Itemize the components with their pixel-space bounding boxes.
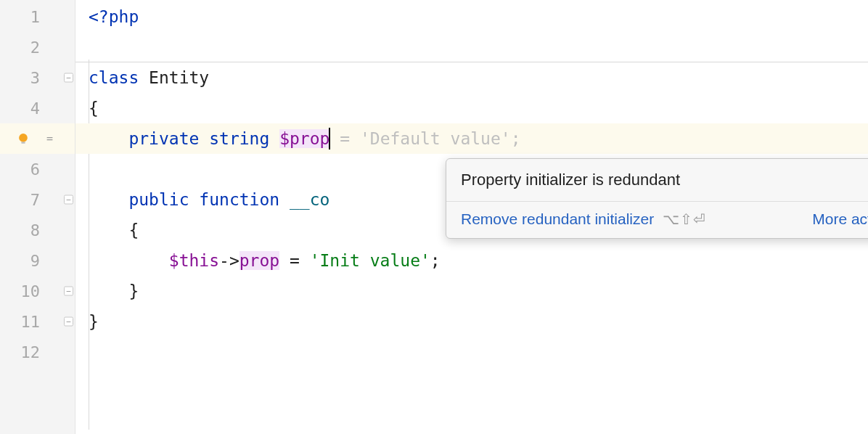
line-number: 8 (30, 221, 40, 239)
code-line[interactable] (75, 337, 868, 367)
gutter-row[interactable]: 3 (0, 62, 75, 93)
code-line[interactable]: } (75, 276, 868, 306)
gutter-row[interactable]: = 5 (0, 123, 75, 154)
more-actions-link[interactable]: More actions... (812, 210, 868, 228)
gutter-row[interactable]: 8 (0, 215, 75, 245)
keyword-function: function (199, 190, 279, 209)
svg-point-0 (19, 134, 28, 142)
svg-rect-1 (21, 142, 25, 144)
quickfix-remove-initializer[interactable]: Remove redundant initializer (461, 210, 654, 228)
string-literal: 'Init value' (310, 251, 430, 270)
gutter-row[interactable]: 12 (0, 337, 75, 367)
brace: { (89, 99, 99, 118)
code-line[interactable] (75, 32, 868, 62)
gutter-row[interactable]: 10 (0, 276, 75, 306)
line-number: 10 (21, 282, 41, 300)
line-number: 12 (21, 343, 41, 361)
code-line[interactable]: { (75, 93, 868, 123)
line-number: 11 (21, 313, 41, 331)
gutter-row[interactable]: 11 (0, 306, 75, 337)
gutter-row[interactable]: 9 (0, 245, 75, 276)
line-number: 6 (30, 160, 40, 179)
arrow: -> (219, 251, 239, 270)
indent (89, 251, 169, 270)
line-number: 4 (30, 99, 40, 118)
indent (89, 129, 128, 148)
gutter-row[interactable]: 4 (0, 93, 75, 123)
php-open-tag: <?php (89, 7, 139, 26)
modified-marker-icon: = (46, 132, 53, 145)
code-line[interactable]: $this->prop = 'Init value'; (75, 245, 868, 276)
code-area[interactable]: <?php class Entity { private string $pro… (75, 0, 868, 434)
class-name: Entity (139, 68, 209, 87)
property-ref: prop (239, 251, 279, 270)
gutter-row[interactable]: 1 (0, 1, 75, 32)
line-number: 2 (30, 38, 40, 57)
fold-toggle-icon[interactable] (64, 195, 73, 205)
keyword-string: string (209, 129, 269, 148)
indent (89, 190, 128, 209)
fold-toggle-icon[interactable] (64, 287, 73, 296)
property-var: $prop (279, 129, 329, 148)
redundant-eq: = (329, 129, 360, 148)
var-this: $this (169, 251, 219, 270)
code-line[interactable]: <?php (75, 1, 868, 32)
magic-method: __co (290, 190, 329, 209)
keyword-class: class (89, 68, 139, 87)
code-line-active[interactable]: private string $prop = 'Default value'; (75, 123, 868, 154)
gutter-row[interactable]: 2 (0, 32, 75, 62)
keyword-public: public (128, 190, 189, 209)
indent (89, 282, 128, 300)
redundant-string: 'Default value' (360, 129, 511, 148)
fold-toggle-icon[interactable] (64, 317, 73, 327)
code-line[interactable]: } (75, 306, 868, 337)
shortcut-hint: ⌥⇧⏎ (663, 210, 706, 228)
code-line[interactable]: class Entity (75, 62, 868, 93)
keyword-private: private (128, 129, 199, 148)
line-number: 3 (30, 69, 40, 87)
inspection-message: Property initializer is redundant (446, 159, 868, 202)
indent (89, 221, 128, 239)
brace: } (128, 282, 139, 300)
line-number: 9 (30, 252, 40, 270)
inspection-actions: Remove redundant initializer ⌥⇧⏎ More ac… (446, 202, 868, 238)
line-number: 7 (30, 191, 40, 209)
gutter: 1 2 3 4 = 5 6 7 (0, 0, 75, 434)
fold-toggle-icon[interactable] (64, 73, 73, 83)
line-number: 1 (30, 8, 40, 26)
code-editor: 1 2 3 4 = 5 6 7 (0, 0, 868, 434)
brace: { (128, 221, 139, 239)
inspection-popup: Property initializer is redundant Remove… (446, 158, 868, 239)
redundant-semi: ; (511, 129, 521, 148)
brace: } (89, 312, 99, 331)
gutter-row[interactable]: 6 (0, 154, 75, 184)
intention-bulb-icon[interactable] (17, 132, 30, 145)
gutter-row[interactable]: 7 (0, 184, 75, 215)
